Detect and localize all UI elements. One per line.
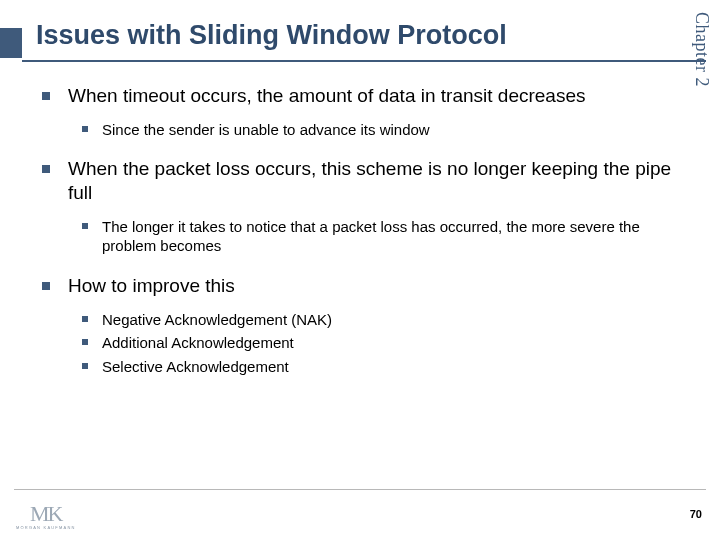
title-row: Issues with Sliding Window Protocol — [0, 0, 720, 58]
page-number: 70 — [690, 508, 702, 520]
sub-bullet-text: Negative Acknowledgement (NAK) — [102, 311, 332, 328]
sub-bullet-list: Since the sender is unable to advance it… — [80, 120, 682, 140]
bullet-list: When timeout occurs, the amount of data … — [38, 84, 682, 376]
logo-subtext: MORGAN KAUFMANN — [16, 525, 76, 530]
sub-bullet-item: Additional Acknowledgement — [80, 333, 682, 353]
publisher-logo: MK MORGAN KAUFMANN — [16, 504, 76, 530]
chapter-label: Chapter 2 — [691, 12, 712, 87]
content-area: When timeout occurs, the amount of data … — [38, 84, 682, 394]
sub-bullet-item: Selective Acknowledgement — [80, 357, 682, 377]
bullet-item: How to improve this Negative Acknowledge… — [38, 274, 682, 376]
bullet-text: When timeout occurs, the amount of data … — [68, 85, 586, 106]
slide-title: Issues with Sliding Window Protocol — [22, 18, 507, 58]
logo-main: MK — [30, 504, 61, 524]
sub-bullet-text: Since the sender is unable to advance it… — [102, 121, 430, 138]
bullet-item: When the packet loss occurs, this scheme… — [38, 157, 682, 256]
footer-divider — [14, 489, 706, 490]
sub-bullet-list: Negative Acknowledgement (NAK) Additiona… — [80, 310, 682, 377]
title-accent-block — [0, 18, 22, 58]
slide: Issues with Sliding Window Protocol Chap… — [0, 0, 720, 540]
sub-bullet-item: The longer it takes to notice that a pac… — [80, 217, 682, 256]
sub-bullet-text: Additional Acknowledgement — [102, 334, 294, 351]
bullet-item: When timeout occurs, the amount of data … — [38, 84, 682, 139]
sub-bullet-list: The longer it takes to notice that a pac… — [80, 217, 682, 256]
sub-bullet-item: Negative Acknowledgement (NAK) — [80, 310, 682, 330]
bullet-text: When the packet loss occurs, this scheme… — [68, 158, 671, 203]
title-underline — [22, 60, 706, 62]
sub-bullet-text: Selective Acknowledgement — [102, 358, 289, 375]
sub-bullet-text: The longer it takes to notice that a pac… — [102, 218, 640, 255]
sub-bullet-item: Since the sender is unable to advance it… — [80, 120, 682, 140]
bullet-text: How to improve this — [68, 275, 235, 296]
